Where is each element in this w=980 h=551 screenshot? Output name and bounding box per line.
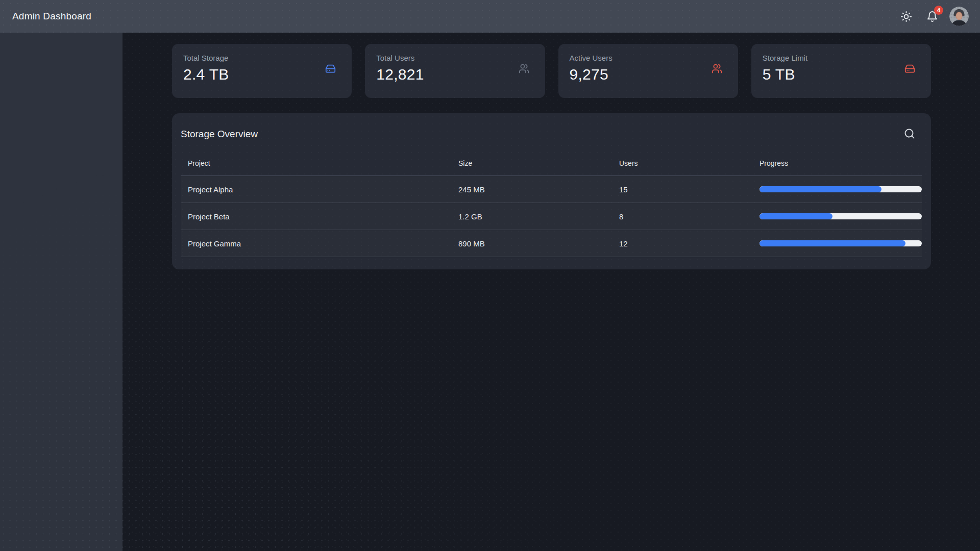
progress-cell bbox=[752, 240, 929, 246]
storage-overview-title: Storage Overview bbox=[181, 129, 258, 140]
project-users: 12 bbox=[612, 239, 752, 248]
column-header-project: Project bbox=[181, 159, 451, 167]
stat-card-active-users: Active Users 9,275 bbox=[558, 44, 738, 98]
stat-label: Total Users bbox=[376, 54, 533, 62]
project-users: 8 bbox=[612, 212, 752, 221]
stat-card-total-storage: Total Storage 2.4 TB bbox=[172, 44, 352, 98]
search-button[interactable] bbox=[901, 126, 918, 143]
search-icon bbox=[903, 128, 916, 141]
storage-overview-header: Storage Overview bbox=[172, 113, 931, 151]
table-row[interactable]: Project Gamma 890 MB 12 bbox=[181, 230, 922, 257]
progress-cell bbox=[752, 213, 929, 219]
progress-cell bbox=[752, 186, 929, 192]
progress-bar-track bbox=[760, 213, 922, 219]
storage-overview-panel: Storage Overview Project Size Users Prog… bbox=[172, 113, 931, 269]
hard-drive-icon bbox=[325, 63, 336, 74]
stat-label: Total Storage bbox=[183, 54, 340, 62]
project-users: 15 bbox=[612, 185, 752, 194]
sidebar bbox=[0, 33, 122, 551]
users-icon bbox=[519, 63, 529, 74]
project-name: Project Alpha bbox=[181, 185, 451, 194]
project-name: Project Beta bbox=[181, 212, 451, 221]
top-bar: Admin Dashboard 4 bbox=[0, 0, 980, 33]
project-size: 1.2 GB bbox=[451, 212, 612, 221]
projects-table: Project Size Users Progress Project Alph… bbox=[181, 151, 922, 257]
stat-cards-row: Total Storage 2.4 TB Total Users 12,821 bbox=[172, 44, 931, 98]
theme-toggle-button[interactable] bbox=[897, 8, 915, 25]
stat-value: 2.4 TB bbox=[183, 66, 340, 83]
project-size: 245 MB bbox=[451, 185, 612, 194]
sun-icon bbox=[900, 11, 912, 22]
top-bar-actions: 4 bbox=[897, 7, 969, 26]
column-header-progress: Progress bbox=[752, 159, 922, 167]
project-size: 890 MB bbox=[451, 239, 612, 248]
stat-card-storage-limit: Storage Limit 5 TB bbox=[751, 44, 931, 98]
stat-label: Storage Limit bbox=[763, 54, 920, 62]
table-header-row: Project Size Users Progress bbox=[181, 151, 922, 176]
progress-bar-fill bbox=[760, 240, 905, 246]
table-row[interactable]: Project Beta 1.2 GB 8 bbox=[181, 203, 922, 230]
progress-bar-track bbox=[760, 186, 922, 192]
hard-drive-icon bbox=[904, 63, 915, 74]
progress-bar-track bbox=[760, 240, 922, 246]
stat-card-total-users: Total Users 12,821 bbox=[365, 44, 545, 98]
project-name: Project Gamma bbox=[181, 239, 451, 248]
stat-label: Active Users bbox=[570, 54, 727, 62]
page-title: Admin Dashboard bbox=[12, 11, 91, 22]
stat-value: 12,821 bbox=[376, 66, 533, 83]
notification-count-badge: 4 bbox=[934, 6, 943, 15]
progress-bar-fill bbox=[760, 186, 881, 192]
users-icon bbox=[712, 63, 722, 74]
column-header-users: Users bbox=[612, 159, 752, 167]
stat-value: 9,275 bbox=[570, 66, 727, 83]
progress-bar-fill bbox=[760, 213, 832, 219]
user-avatar[interactable] bbox=[949, 7, 969, 26]
main-content: Total Storage 2.4 TB Total Users 12,821 bbox=[122, 33, 980, 551]
table-row[interactable]: Project Alpha 245 MB 15 bbox=[181, 176, 922, 203]
notifications-button[interactable]: 4 bbox=[923, 8, 941, 25]
column-header-size: Size bbox=[451, 159, 612, 167]
stat-value: 5 TB bbox=[763, 66, 920, 83]
